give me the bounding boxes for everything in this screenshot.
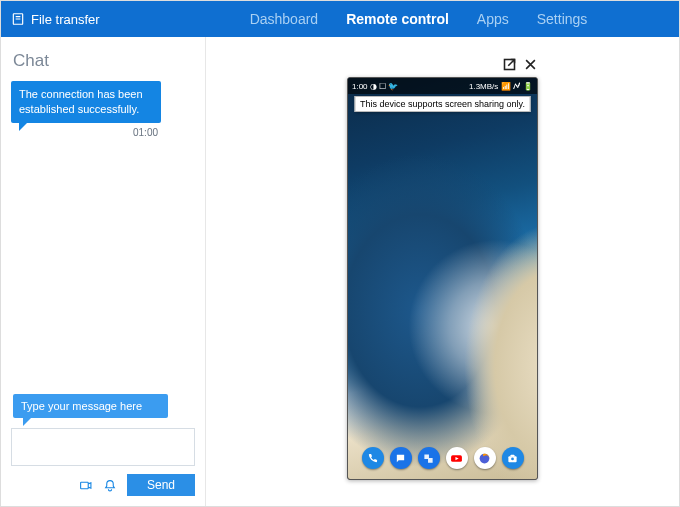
phone-icon[interactable]: [362, 447, 384, 469]
attach-file-icon[interactable]: [78, 479, 93, 492]
svg-point-6: [511, 457, 514, 460]
top-navbar: File transfer Dashboard Remote control A…: [1, 1, 679, 37]
svg-rect-7: [511, 454, 515, 456]
chat-hint: Type your message here: [13, 394, 168, 418]
main-area: Chat The connection has been established…: [1, 37, 679, 506]
screen-sharing-tooltip: This device supports screen sharing only…: [354, 96, 531, 112]
phone-statusbar: 1:00 ◑ ☐ 🐦 1.3MB/s 📶 🗲 🔋: [348, 78, 537, 94]
camera-icon[interactable]: [502, 447, 524, 469]
phone-wallpaper: [348, 78, 537, 479]
status-left: 1:00 ◑ ☐ 🐦: [352, 82, 398, 91]
popout-icon[interactable]: [502, 57, 517, 75]
close-icon[interactable]: [523, 57, 538, 75]
chat-input[interactable]: [11, 428, 195, 466]
file-transfer-icon: [11, 12, 25, 26]
translate-icon[interactable]: [418, 447, 440, 469]
youtube-icon[interactable]: [446, 447, 468, 469]
file-transfer-button[interactable]: File transfer: [11, 12, 100, 27]
chat-message: The connection has been established succ…: [11, 81, 161, 123]
svg-rect-1: [81, 482, 89, 489]
chat-actions: Send: [11, 474, 195, 496]
firefox-icon[interactable]: [474, 447, 496, 469]
chat-message-time: 01:00: [133, 127, 195, 138]
remote-view-area: 1:00 ◑ ☐ 🐦 1.3MB/s 📶 🗲 🔋 This device sup…: [206, 37, 679, 506]
status-right: 1.3MB/s 📶 🗲 🔋: [469, 82, 533, 91]
send-button[interactable]: Send: [127, 474, 195, 496]
phone-window-controls: [502, 57, 538, 75]
tab-apps[interactable]: Apps: [467, 1, 519, 37]
phone-dock: [348, 447, 537, 469]
chat-panel: Chat The connection has been established…: [1, 37, 206, 506]
tab-settings[interactable]: Settings: [527, 1, 598, 37]
file-transfer-label: File transfer: [31, 12, 100, 27]
messages-icon[interactable]: [390, 447, 412, 469]
tab-dashboard[interactable]: Dashboard: [240, 1, 329, 37]
phone-wrapper: 1:00 ◑ ☐ 🐦 1.3MB/s 📶 🗲 🔋 This device sup…: [347, 59, 538, 480]
notify-icon[interactable]: [103, 479, 117, 492]
tab-remote-control[interactable]: Remote control: [336, 1, 459, 37]
chat-title: Chat: [13, 51, 195, 71]
remote-phone-screen[interactable]: 1:00 ◑ ☐ 🐦 1.3MB/s 📶 🗲 🔋 This device sup…: [347, 77, 538, 480]
nav-tabs: Dashboard Remote control Apps Settings: [240, 1, 598, 37]
